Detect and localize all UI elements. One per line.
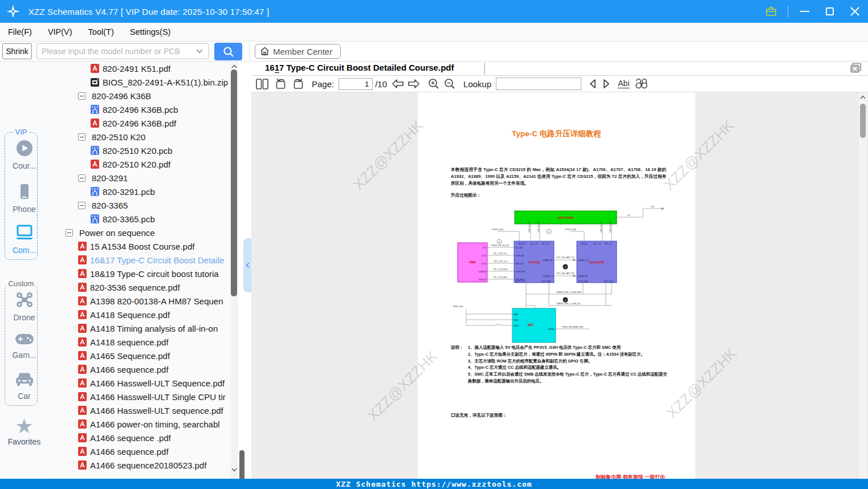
tree-item[interactable]: A1418 sequence.pdf <box>48 335 231 349</box>
tree-item[interactable]: BIOS_820-2491-A-K51(1).bin.zip <box>48 75 231 89</box>
document-tab[interactable]: 1617 Type-C Circuit Boost Detailed Cours… <box>265 63 454 72</box>
pdf-scrollbar-track[interactable] <box>859 92 867 479</box>
tree-scroll-down-icon[interactable] <box>230 466 238 474</box>
sidebar-item-favorites[interactable]: ★ Favorites <box>0 416 48 447</box>
tree-item[interactable]: 16&17 Type-C Circuit Boost Detaile <box>48 253 231 267</box>
collapse-expander-icon[interactable] <box>78 133 85 141</box>
tree-item[interactable]: A1466 sequence20180523.pdf <box>48 458 231 472</box>
tree-item[interactable]: 18&19 Type-C circuit boost tutoria <box>48 267 231 280</box>
pdf-file-icon <box>78 269 87 278</box>
tree-item[interactable]: A1466 Hasswell-ULT Single CPU tir <box>48 390 231 404</box>
svg-text:5/I2C_SDA2: 5/I2C_SDA2 <box>541 280 551 283</box>
sidebar-item-computer[interactable]: Com... <box>0 223 48 255</box>
member-center-label: Member Center <box>273 47 332 56</box>
collapse-expander-icon[interactable] <box>78 174 85 182</box>
pdf-scroll-up-icon[interactable] <box>859 93 867 101</box>
diagram-smc-label: SMC <box>528 324 534 327</box>
tree-item[interactable]: A1398 820-00138-A HM87 Sequen <box>48 294 231 308</box>
lookup-input[interactable] <box>496 78 581 90</box>
sidebar-item-label: Favorites <box>8 437 41 446</box>
next-page-icon[interactable] <box>407 79 420 89</box>
pdf-file-icon <box>91 119 100 128</box>
shrink-button[interactable]: Shrink <box>2 43 32 59</box>
tree-item[interactable]: 820-3365.pcb <box>48 212 231 226</box>
zoom-out-icon[interactable] <box>444 78 455 89</box>
page-number-input[interactable] <box>339 78 373 90</box>
tree-scrollbar-thumb-secondary[interactable] <box>239 450 244 482</box>
search-button[interactable] <box>214 43 242 60</box>
maximize-button[interactable] <box>821 3 838 20</box>
tab-text: 7 Type-C Circuit Boost Detailed Course.p… <box>279 63 454 72</box>
tree-item[interactable]: A1466 Hasswell-ULT sequence.pdf <box>48 404 231 417</box>
sidebar-item-car[interactable]: Car <box>0 370 48 401</box>
document-title: Type-C 电路升压详细教程 <box>418 129 695 139</box>
close-button[interactable] <box>846 3 863 20</box>
tree-item[interactable]: 820-2496 K36B.pdf <box>48 116 231 130</box>
match-case-icon[interactable]: Abi <box>618 79 629 88</box>
find-previous-icon[interactable] <box>588 79 597 89</box>
rotate-right-icon[interactable] <box>292 78 304 89</box>
member-center-button[interactable]: Member Center <box>255 44 341 59</box>
tree-group[interactable]: Power on sequence <box>48 226 231 239</box>
tree-item-label: 16&17 Type-C Circuit Boost Detaile <box>90 255 225 265</box>
tree-group[interactable]: 820-2510 K20 <box>48 130 231 144</box>
svg-text:IN/C_CC1: IN/C_CC1 <box>593 243 601 245</box>
zoom-in-icon[interactable] <box>428 78 439 89</box>
tree-group[interactable]: 820-3365 <box>48 198 231 212</box>
tree-group[interactable]: 820-2496 K36B <box>48 89 231 103</box>
collapse-expander-icon[interactable] <box>66 229 73 237</box>
tree-item[interactable]: A1465 Sequence.pdf <box>48 349 231 362</box>
sidebar-item-game[interactable]: Gam... <box>0 332 48 360</box>
tree-item[interactable]: A1418 Timing analysis of all-in-on <box>48 321 231 335</box>
two-page-view-icon[interactable] <box>256 79 268 89</box>
tree-item[interactable]: A1466 Hasswell-ULT Sequence.pdf <box>48 376 231 390</box>
tree-item[interactable]: 820-2510 K20.pcb <box>48 144 231 157</box>
minimize-button[interactable] <box>796 3 813 20</box>
sidebar-item-phone[interactable]: Phone <box>0 182 48 214</box>
briefcase-icon[interactable] <box>763 3 780 20</box>
binoculars-icon[interactable] <box>634 79 649 89</box>
previous-page-icon[interactable] <box>392 79 404 89</box>
tree-item[interactable]: A1466 sequence.pdf <box>48 362 231 376</box>
tree-item[interactable]: A1466 power-on timing, searchabl <box>48 417 231 431</box>
collapse-expander-icon[interactable] <box>78 92 85 100</box>
svg-text:5/I2C_SDA2: 5/I2C_SDA2 <box>578 280 588 283</box>
pdf-scrollbar-thumb[interactable] <box>860 104 866 138</box>
tree-item[interactable]: 820-2510 K20.pdf <box>48 157 231 171</box>
pdf-file-icon <box>78 365 87 374</box>
tree-item[interactable]: A1466 sequence.pdf <box>48 445 231 458</box>
tree-group[interactable]: 820-3291 <box>48 171 231 185</box>
menu-item-settings[interactable]: Settings(S) <box>122 23 179 41</box>
pdf-page: Type-C 电路升压详细教程 本教程适用于含 Type-C 芯片 CD3215… <box>418 92 695 479</box>
tree-item[interactable]: 820-2491 K51.pdf <box>48 62 231 75</box>
document-footer-red-text: 制贩集虫网 都有举报 一致打击 <box>596 474 665 479</box>
menu-item-vip[interactable]: VIP(V) <box>40 23 80 41</box>
sidebar-item-label: Cour... <box>0 161 48 170</box>
svg-text:20V: 20V <box>651 206 655 208</box>
tree-item[interactable]: 820-3291.pcb <box>48 185 231 198</box>
menu-item-file[interactable]: File(F) <box>0 23 40 41</box>
svg-text:15/SPI_MOSI: 15/SPI_MOSI <box>515 271 525 273</box>
app-window: XZZ Schematics V4.77 [ VIP Due date: 202… <box>0 0 868 489</box>
close-document-icon[interactable] <box>850 63 861 73</box>
tree-item[interactable]: 820-3536 sequence.pdf <box>48 280 231 294</box>
rotate-left-icon[interactable] <box>275 78 287 89</box>
panel-collapse-handle[interactable] <box>243 238 252 292</box>
chevron-down-icon[interactable] <box>196 48 209 55</box>
menu-item-tool[interactable]: Tool(T) <box>80 23 122 41</box>
tab-divider <box>484 63 485 75</box>
sidebar-item-drone[interactable]: Drone <box>0 291 48 322</box>
svg-text:PP3V3_G3H: PP3V3_G3H <box>565 229 576 231</box>
tree-item[interactable]: 820-2496 K36B.pcb <box>48 103 231 116</box>
tree-item[interactable]: A1466 sequence .pdf <box>48 431 231 445</box>
find-next-icon[interactable] <box>602 79 611 89</box>
tree-item-label: A1466 Hasswell-ULT Sequence.pdf <box>90 378 225 388</box>
collapse-expander-icon[interactable] <box>78 202 85 209</box>
diagram-first-ace-label: First ACE <box>528 261 540 264</box>
note-text: 3、主芯片读取 ROM 芯片的程序配置自身和副芯片的 GPIO 引脚。 <box>468 358 592 365</box>
tree-item[interactable]: 15 A1534 Boost Course.pdf <box>48 239 231 253</box>
tree-item[interactable]: A1418 Sequence.pdf <box>48 308 231 321</box>
sidebar-item-course[interactable]: Cour... <box>0 139 48 170</box>
search-input[interactable] <box>37 47 196 56</box>
tree-scrollbar-thumb[interactable] <box>231 70 237 296</box>
